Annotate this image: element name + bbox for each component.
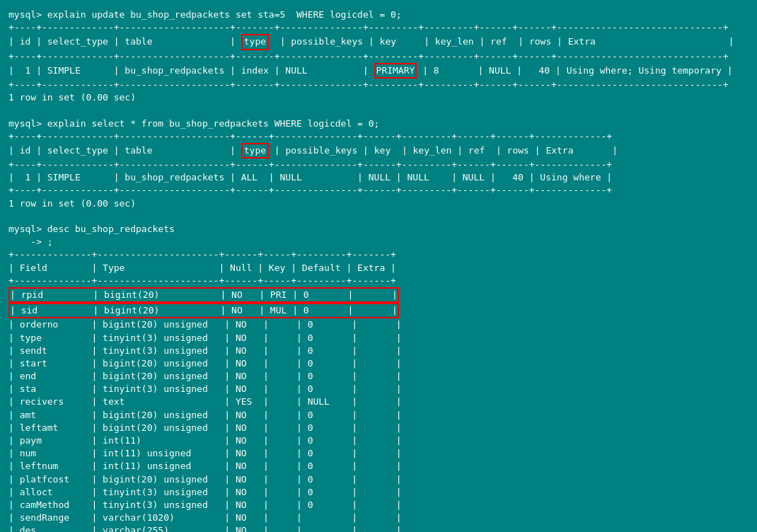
desc-row-paym: | paym | int(11) | NO | | 0 | | — [8, 435, 402, 446]
desc-row-start: | start | bigint(20) unsigned | NO | | 0… — [8, 358, 402, 369]
desc-row-amt: | amt | bigint(20) unsigned | NO | | 0 |… — [8, 410, 402, 420]
prompt2: mysql> explain select * from bu_shop_red… — [8, 118, 379, 129]
table1-row: | 1 | SIMPLE | bu_shop_redpackets | inde… — [8, 65, 732, 76]
desc-row-sendt: | sendt | tinyint(3) unsigned | NO | | 0… — [8, 345, 402, 356]
desc-row-sid: | sid | bigint(20) | NO | MUL | 0 | | — [8, 305, 399, 316]
desc-row-leftnum: | leftnum | int(11) unsigned | NO | | 0 … — [8, 461, 402, 471]
table2-header: | id | select_type | table | type | poss… — [8, 145, 618, 156]
table2-sep3: +----+-------------+--------------------… — [8, 185, 612, 195]
table2-sep2: +----+-------------+--------------------… — [8, 159, 612, 170]
desc-row-type: | type | tinyint(3) unsigned | NO | | 0 … — [8, 332, 402, 343]
desc-row-num: | num | int(11) unsigned | NO | | 0 | | — [8, 448, 402, 458]
table1-header: | id | select_type | table | type | poss… — [8, 36, 734, 47]
rowcount1: 1 row in set (0.00 sec) — [8, 92, 136, 103]
terminal-content: mysql> explain update bu_shop_redpackets… — [8, 8, 749, 532]
desc-row-end: | end | bigint(20) unsigned | NO | | 0 |… — [8, 371, 402, 381]
desc-row-orderno: | orderno | bigint(20) unsigned | NO | |… — [8, 319, 402, 330]
desc-row-alloct: | alloct | tinyint(3) unsigned | NO | | … — [8, 487, 402, 497]
desc-row-rpid: | rpid | bigint(20) | NO | PRI | 0 | | — [8, 289, 399, 300]
desc-row-cammethod: | camMethod | tinyint(3) unsigned | NO |… — [8, 499, 402, 510]
desc-row-recivers: | recivers | text | YES | | NULL | | — [8, 396, 402, 407]
desc-row-des: | des | varchar(255) | NO | | | | — [8, 525, 402, 532]
table1-sep1: +----+-------------+--------------------… — [8, 22, 728, 33]
desc-sep2: +--------------+----------------------+-… — [8, 275, 396, 286]
table1-sep2: +----+-------------+--------------------… — [8, 51, 728, 62]
desc-row-sendrange: | sendRange | varchar(1020) | NO | | | | — [8, 512, 402, 523]
table1-sep3: +----+-------------+--------------------… — [8, 79, 728, 90]
desc-header: | Field | Type | Null | Key | Default | … — [8, 262, 396, 273]
desc-command: mysql> desc bu_shop_redpackets — [8, 224, 175, 234]
table2-sep1: +----+-------------+--------------------… — [8, 131, 612, 141]
desc-row-platfcost: | platfcost | bigint(20) unsigned | NO |… — [8, 474, 402, 485]
rowcount2: 1 row in set (0.00 sec) — [8, 198, 136, 209]
desc-row-leftamt: | leftamt | bigint(20) unsigned | NO | |… — [8, 422, 402, 433]
table2-row: | 1 | SIMPLE | bu_shop_redpackets | ALL … — [8, 172, 612, 183]
terminal-window: mysql> explain update bu_shop_redpackets… — [6, 6, 751, 532]
desc-arrow: -> ; — [8, 236, 53, 247]
desc-row-sta: | sta | tinyint(3) unsigned | NO | | 0 |… — [8, 383, 402, 394]
prompt-line: mysql> explain update bu_shop_redpackets… — [8, 9, 402, 20]
desc-sep1: +--------------+----------------------+-… — [8, 249, 396, 260]
